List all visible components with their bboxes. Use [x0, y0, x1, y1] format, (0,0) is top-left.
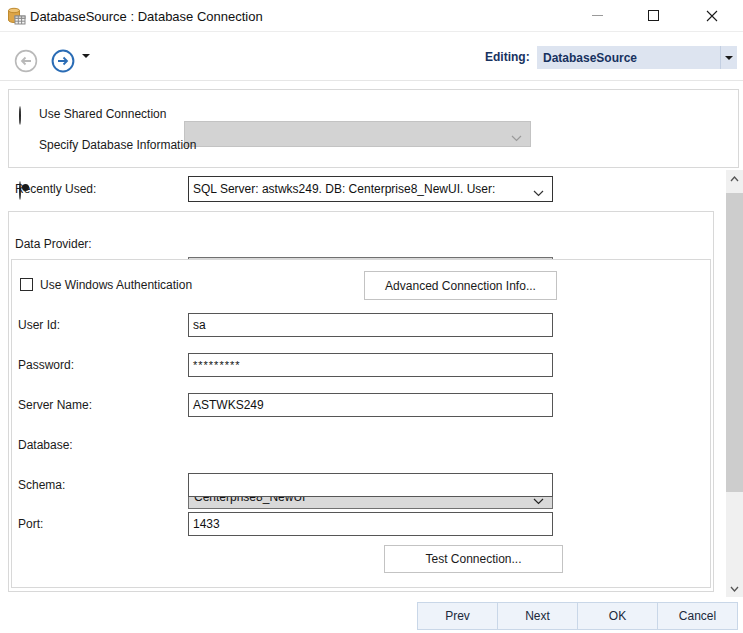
server-name-label: Server Name: — [18, 398, 92, 412]
password-field[interactable]: ********* — [188, 353, 553, 377]
database-connection-dialog: DatabaseSource : Database Connection — [0, 0, 743, 633]
schema-label: Schema: — [18, 478, 65, 492]
recently-used-select[interactable]: SQL Server: astwks249. DB: Centerprise8_… — [188, 176, 553, 202]
minimize-icon — [592, 15, 603, 16]
chevron-down-icon — [511, 131, 522, 145]
editing-object-select[interactable]: DatabaseSource — [537, 46, 737, 69]
caret-down-icon — [725, 56, 733, 60]
back-arrow-icon — [14, 49, 38, 73]
port-label: Port: — [18, 517, 43, 531]
editing-dropdown-arrow[interactable] — [720, 46, 737, 69]
chevron-down-icon — [533, 186, 544, 200]
server-name-field[interactable]: ASTWKS249 — [188, 393, 553, 417]
maximize-button[interactable] — [630, 0, 676, 31]
scroll-up-button[interactable] — [726, 170, 743, 187]
credentials-group — [11, 259, 711, 588]
advanced-connection-info-label: Advanced Connection Info... — [385, 279, 536, 293]
server-name-value: ASTWKS249 — [193, 398, 264, 412]
editing-label: Editing: — [485, 50, 530, 64]
title-bar: DatabaseSource : Database Connection — [0, 0, 743, 32]
footer-button-bar: Prev Next OK Cancel — [418, 602, 738, 630]
forward-button[interactable] — [50, 48, 75, 73]
recently-used-value: SQL Server: astwks249. DB: Centerprise8_… — [193, 182, 495, 196]
user-id-field[interactable]: sa — [188, 313, 553, 337]
shared-connection-select — [184, 121, 531, 147]
schema-field[interactable] — [188, 473, 553, 497]
prev-button[interactable]: Prev — [417, 602, 498, 630]
close-button[interactable] — [689, 0, 735, 31]
user-id-value: sa — [193, 318, 206, 332]
specify-database-label[interactable]: Specify Database Information — [39, 138, 196, 152]
cancel-label: Cancel — [679, 609, 716, 623]
next-label: Next — [525, 609, 550, 623]
chevron-down-icon — [730, 586, 739, 592]
database-label: Database: — [18, 438, 73, 452]
use-shared-connection-radio[interactable] — [19, 106, 21, 125]
navigation-toolbar: Editing: DatabaseSource — [0, 32, 743, 81]
recently-used-label: Recently Used: — [15, 182, 96, 196]
prev-label: Prev — [445, 609, 470, 623]
minimize-button — [574, 0, 620, 31]
port-value: 1433 — [193, 517, 220, 531]
window-title: DatabaseSource : Database Connection — [30, 9, 263, 24]
ok-label: OK — [609, 609, 626, 623]
port-field[interactable]: 1433 — [188, 512, 553, 536]
next-button[interactable]: Next — [497, 602, 578, 630]
caret-down-icon — [82, 54, 90, 75]
test-connection-button[interactable]: Test Connection... — [384, 545, 563, 573]
ok-button[interactable]: OK — [577, 602, 658, 630]
test-connection-label: Test Connection... — [425, 552, 521, 566]
maximize-icon — [648, 10, 659, 21]
windows-auth-label[interactable]: Use Windows Authentication — [40, 278, 192, 292]
forward-arrow-icon — [51, 49, 75, 73]
scroll-down-button[interactable] — [726, 580, 743, 597]
close-icon — [706, 10, 718, 22]
windows-auth-checkbox[interactable] — [20, 278, 33, 291]
chevron-up-icon — [730, 176, 739, 182]
password-value: ********* — [193, 359, 241, 371]
use-shared-connection-label[interactable]: Use Shared Connection — [39, 107, 166, 121]
scrollbar-thumb[interactable] — [726, 193, 743, 492]
data-provider-label: Data Provider: — [15, 237, 92, 251]
connection-mode-group: Use Shared Connection Specify Database I… — [8, 89, 739, 168]
vertical-scrollbar[interactable] — [726, 170, 743, 597]
user-id-label: User Id: — [18, 318, 60, 332]
back-button — [13, 48, 38, 73]
database-table-icon — [6, 6, 26, 30]
cancel-button[interactable]: Cancel — [657, 602, 738, 630]
forward-dropdown-button[interactable] — [82, 58, 90, 76]
advanced-connection-info-button[interactable]: Advanced Connection Info... — [364, 271, 557, 300]
editing-object-value: DatabaseSource — [537, 51, 720, 65]
password-label: Password: — [18, 358, 74, 372]
